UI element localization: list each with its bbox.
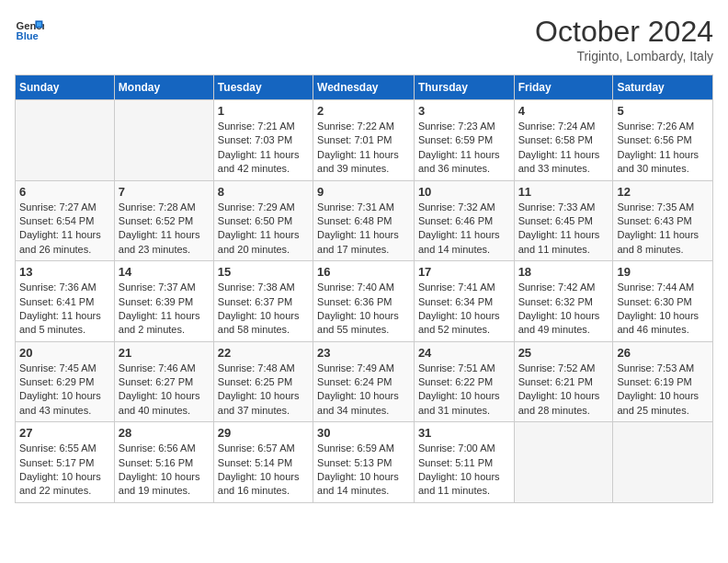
calendar-cell: 30 Sunrise: 6:59 AM Sunset: 5:13 PM Dayl…: [313, 422, 415, 503]
day-info: Sunrise: 7:21 AM Sunset: 7:03 PM Dayligh…: [218, 120, 309, 177]
day-number: 18: [518, 265, 609, 279]
day-info: Sunrise: 7:45 AM Sunset: 6:29 PM Dayligh…: [19, 362, 110, 419]
day-number: 31: [418, 426, 510, 440]
calendar-cell: [613, 422, 713, 503]
calendar-table: Sunday Monday Tuesday Wednesday Thursday…: [15, 75, 713, 503]
day-number: 13: [19, 265, 110, 279]
calendar-cell: 9 Sunrise: 7:31 AM Sunset: 6:48 PM Dayli…: [313, 180, 415, 261]
page-header: General Blue October 2024 Triginto, Lomb…: [15, 15, 713, 63]
calendar-cell: 29 Sunrise: 6:57 AM Sunset: 5:14 PM Dayl…: [213, 422, 313, 503]
title-block: October 2024 Triginto, Lombardy, Italy: [535, 15, 713, 63]
day-number: 1: [218, 104, 309, 118]
calendar-week-3: 13 Sunrise: 7:36 AM Sunset: 6:41 PM Dayl…: [16, 261, 713, 342]
calendar-cell: 18 Sunrise: 7:42 AM Sunset: 6:32 PM Dayl…: [514, 261, 613, 342]
col-monday: Monday: [114, 75, 213, 100]
calendar-cell: [16, 100, 115, 181]
calendar-cell: 20 Sunrise: 7:45 AM Sunset: 6:29 PM Dayl…: [16, 341, 115, 422]
svg-text:Blue: Blue: [17, 30, 39, 41]
calendar-cell: 6 Sunrise: 7:27 AM Sunset: 6:54 PM Dayli…: [16, 180, 115, 261]
col-saturday: Saturday: [613, 75, 713, 100]
calendar-cell: 25 Sunrise: 7:52 AM Sunset: 6:21 PM Dayl…: [514, 341, 613, 422]
calendar-cell: 8 Sunrise: 7:29 AM Sunset: 6:50 PM Dayli…: [213, 180, 313, 261]
calendar-cell: 24 Sunrise: 7:51 AM Sunset: 6:22 PM Dayl…: [414, 341, 514, 422]
logo-icon: General Blue: [15, 15, 44, 44]
day-info: Sunrise: 7:48 AM Sunset: 6:25 PM Dayligh…: [218, 362, 309, 419]
day-number: 28: [119, 426, 210, 440]
day-info: Sunrise: 6:59 AM Sunset: 5:13 PM Dayligh…: [317, 442, 410, 499]
day-number: 16: [317, 265, 410, 279]
calendar-cell: 10 Sunrise: 7:32 AM Sunset: 6:46 PM Dayl…: [414, 180, 514, 261]
day-info: Sunrise: 7:49 AM Sunset: 6:24 PM Dayligh…: [317, 362, 410, 419]
calendar-cell: 16 Sunrise: 7:40 AM Sunset: 6:36 PM Dayl…: [313, 261, 415, 342]
calendar-cell: 13 Sunrise: 7:36 AM Sunset: 6:41 PM Dayl…: [16, 261, 115, 342]
day-info: Sunrise: 7:40 AM Sunset: 6:36 PM Dayligh…: [317, 281, 410, 338]
day-info: Sunrise: 7:33 AM Sunset: 6:45 PM Dayligh…: [518, 201, 609, 258]
col-friday: Friday: [514, 75, 613, 100]
day-info: Sunrise: 7:28 AM Sunset: 6:52 PM Dayligh…: [119, 201, 210, 258]
day-info: Sunrise: 7:35 AM Sunset: 6:43 PM Dayligh…: [617, 201, 709, 258]
calendar-cell: 23 Sunrise: 7:49 AM Sunset: 6:24 PM Dayl…: [313, 341, 415, 422]
day-info: Sunrise: 7:26 AM Sunset: 6:56 PM Dayligh…: [617, 120, 709, 177]
calendar-cell: 5 Sunrise: 7:26 AM Sunset: 6:56 PM Dayli…: [613, 100, 713, 181]
calendar-cell: 22 Sunrise: 7:48 AM Sunset: 6:25 PM Dayl…: [213, 341, 313, 422]
day-info: Sunrise: 7:53 AM Sunset: 6:19 PM Dayligh…: [617, 362, 709, 419]
calendar-cell: [114, 100, 213, 181]
day-info: Sunrise: 7:52 AM Sunset: 6:21 PM Dayligh…: [518, 362, 609, 419]
calendar-cell: 17 Sunrise: 7:41 AM Sunset: 6:34 PM Dayl…: [414, 261, 514, 342]
day-number: 29: [218, 426, 309, 440]
calendar-cell: 11 Sunrise: 7:33 AM Sunset: 6:45 PM Dayl…: [514, 180, 613, 261]
day-info: Sunrise: 7:31 AM Sunset: 6:48 PM Dayligh…: [317, 201, 410, 258]
day-info: Sunrise: 7:22 AM Sunset: 7:01 PM Dayligh…: [317, 120, 410, 177]
day-info: Sunrise: 7:36 AM Sunset: 6:41 PM Dayligh…: [19, 281, 110, 338]
day-info: Sunrise: 7:00 AM Sunset: 5:11 PM Dayligh…: [418, 442, 510, 499]
location-subtitle: Triginto, Lombardy, Italy: [535, 49, 713, 63]
day-number: 17: [418, 265, 510, 279]
day-number: 6: [19, 185, 110, 199]
day-number: 30: [317, 426, 410, 440]
day-info: Sunrise: 6:56 AM Sunset: 5:16 PM Dayligh…: [119, 442, 210, 499]
col-sunday: Sunday: [16, 75, 115, 100]
calendar-cell: 28 Sunrise: 6:56 AM Sunset: 5:16 PM Dayl…: [114, 422, 213, 503]
day-number: 14: [119, 265, 210, 279]
calendar-cell: 4 Sunrise: 7:24 AM Sunset: 6:58 PM Dayli…: [514, 100, 613, 181]
header-row: Sunday Monday Tuesday Wednesday Thursday…: [16, 75, 713, 100]
calendar-cell: 3 Sunrise: 7:23 AM Sunset: 6:59 PM Dayli…: [414, 100, 514, 181]
day-number: 20: [19, 346, 110, 360]
calendar-week-1: 1 Sunrise: 7:21 AM Sunset: 7:03 PM Dayli…: [16, 100, 713, 181]
day-info: Sunrise: 7:29 AM Sunset: 6:50 PM Dayligh…: [218, 201, 309, 258]
day-info: Sunrise: 7:23 AM Sunset: 6:59 PM Dayligh…: [418, 120, 510, 177]
day-number: 25: [518, 346, 609, 360]
calendar-cell: 26 Sunrise: 7:53 AM Sunset: 6:19 PM Dayl…: [613, 341, 713, 422]
col-tuesday: Tuesday: [213, 75, 313, 100]
day-info: Sunrise: 7:24 AM Sunset: 6:58 PM Dayligh…: [518, 120, 609, 177]
logo: General Blue: [15, 15, 44, 44]
calendar-cell: 1 Sunrise: 7:21 AM Sunset: 7:03 PM Dayli…: [213, 100, 313, 181]
day-info: Sunrise: 7:46 AM Sunset: 6:27 PM Dayligh…: [119, 362, 210, 419]
calendar-cell: 21 Sunrise: 7:46 AM Sunset: 6:27 PM Dayl…: [114, 341, 213, 422]
calendar-cell: 14 Sunrise: 7:37 AM Sunset: 6:39 PM Dayl…: [114, 261, 213, 342]
day-info: Sunrise: 7:44 AM Sunset: 6:30 PM Dayligh…: [617, 281, 709, 338]
month-title: October 2024: [535, 15, 713, 49]
calendar-cell: [514, 422, 613, 503]
day-number: 21: [119, 346, 210, 360]
calendar-cell: 27 Sunrise: 6:55 AM Sunset: 5:17 PM Dayl…: [16, 422, 115, 503]
calendar-cell: 12 Sunrise: 7:35 AM Sunset: 6:43 PM Dayl…: [613, 180, 713, 261]
day-info: Sunrise: 7:51 AM Sunset: 6:22 PM Dayligh…: [418, 362, 510, 419]
day-number: 27: [19, 426, 110, 440]
day-number: 23: [317, 346, 410, 360]
day-info: Sunrise: 7:38 AM Sunset: 6:37 PM Dayligh…: [218, 281, 309, 338]
calendar-cell: 31 Sunrise: 7:00 AM Sunset: 5:11 PM Dayl…: [414, 422, 514, 503]
calendar-cell: 19 Sunrise: 7:44 AM Sunset: 6:30 PM Dayl…: [613, 261, 713, 342]
calendar-cell: 2 Sunrise: 7:22 AM Sunset: 7:01 PM Dayli…: [313, 100, 415, 181]
calendar-week-5: 27 Sunrise: 6:55 AM Sunset: 5:17 PM Dayl…: [16, 422, 713, 503]
day-number: 4: [518, 104, 609, 118]
day-number: 8: [218, 185, 309, 199]
day-number: 24: [418, 346, 510, 360]
col-thursday: Thursday: [414, 75, 514, 100]
day-number: 22: [218, 346, 309, 360]
day-number: 15: [218, 265, 309, 279]
day-info: Sunrise: 7:42 AM Sunset: 6:32 PM Dayligh…: [518, 281, 609, 338]
day-number: 3: [418, 104, 510, 118]
calendar-week-4: 20 Sunrise: 7:45 AM Sunset: 6:29 PM Dayl…: [16, 341, 713, 422]
day-number: 9: [317, 185, 410, 199]
